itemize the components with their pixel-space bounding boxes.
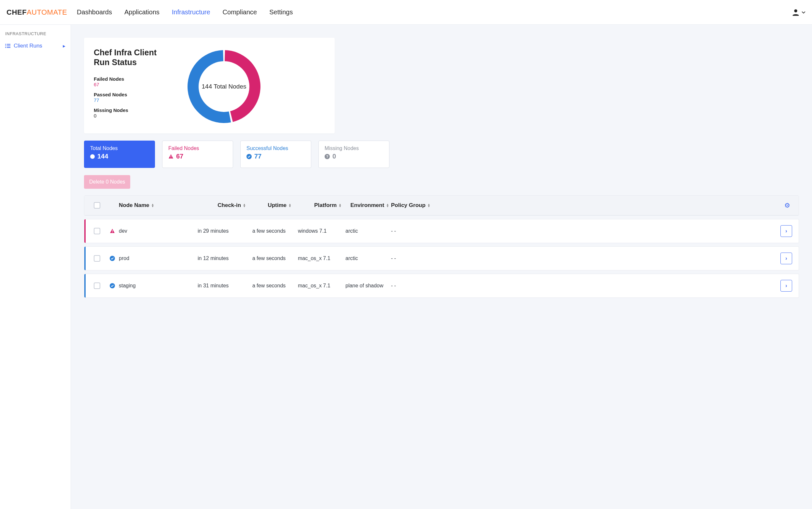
tile-label: Failed Nodes — [168, 145, 227, 151]
th-policy-group[interactable]: Policy Group ▲▼ — [391, 202, 432, 209]
check-circle-icon — [110, 283, 115, 289]
check-circle-icon — [247, 154, 252, 159]
filter-tiles: Total Nodes 144 Failed Nodes 67 Successf… — [84, 141, 799, 168]
cell-uptime: a few seconds — [252, 256, 298, 261]
user-menu[interactable] — [791, 8, 806, 17]
passed-nodes-count: 77 — [94, 97, 172, 103]
nav-settings[interactable]: Settings — [269, 8, 293, 16]
sort-icon: ▲▼ — [243, 203, 246, 207]
cell-uptime: a few seconds — [252, 283, 298, 289]
tile-count: 77 — [254, 152, 261, 160]
cell-node-name: dev — [119, 228, 198, 234]
chevron-down-icon — [802, 10, 806, 14]
tile-failed-nodes[interactable]: Failed Nodes 67 — [162, 141, 233, 168]
sort-icon: ▲▼ — [338, 203, 342, 207]
th-environment[interactable]: Environment ▲▼ — [346, 202, 391, 209]
svg-rect-13 — [112, 232, 112, 233]
user-icon — [791, 8, 800, 17]
row-detail-button[interactable]: › — [780, 280, 792, 292]
svg-rect-5 — [5, 47, 6, 48]
logo-chef: CHEF — [6, 8, 27, 16]
sort-icon: ▲▼ — [427, 203, 430, 207]
passed-nodes-label: Passed Nodes — [94, 92, 172, 97]
cell-platform: mac_os_x 7.1 — [298, 256, 346, 261]
question-circle-icon: ? — [325, 154, 330, 159]
main: Chef Infra Client Run Status Failed Node… — [71, 25, 812, 509]
row-checkbox[interactable] — [94, 255, 100, 262]
status-title: Chef Infra Client Run Status — [94, 47, 172, 67]
cell-policy-group: - - — [391, 256, 432, 261]
table-row: prodin 12 minutesa few secondsmac_os_x 7… — [84, 246, 799, 270]
failed-nodes-count: 67 — [94, 82, 172, 87]
sort-icon: ▲▼ — [386, 203, 389, 207]
cell-platform: windows 7.1 — [298, 228, 346, 234]
svg-rect-4 — [7, 45, 10, 46]
status-card: Chef Infra Client Run Status Failed Node… — [84, 38, 335, 133]
cell-check-in: in 12 minutes — [198, 256, 252, 261]
cell-environment: arctic — [346, 228, 391, 234]
tile-total-nodes[interactable]: Total Nodes 144 — [84, 141, 155, 168]
tile-missing-nodes[interactable]: Missing Nodes ? 0 — [318, 141, 389, 168]
delete-nodes-button[interactable]: Delete 0 Nodes — [84, 175, 130, 189]
tile-label: Total Nodes — [90, 145, 149, 151]
row-detail-button[interactable]: › — [780, 225, 792, 237]
th-node-name[interactable]: Node Name ▲▼ — [119, 202, 198, 209]
sort-icon: ▲▼ — [152, 203, 154, 207]
row-checkbox[interactable] — [94, 282, 100, 289]
svg-rect-2 — [7, 44, 10, 44]
list-icon — [5, 43, 10, 48]
cell-environment: plane of shadow — [346, 283, 391, 289]
select-all-checkbox[interactable] — [94, 202, 100, 209]
gear-icon[interactable]: ⚙ — [784, 201, 790, 209]
chevron-right-icon: ▶ — [63, 44, 65, 48]
tile-count: 0 — [332, 152, 336, 160]
missing-nodes-label: Missing Nodes — [94, 107, 172, 113]
row-checkbox[interactable] — [94, 228, 100, 234]
tile-count: 144 — [97, 152, 108, 160]
sort-icon: ▲▼ — [289, 203, 291, 207]
nav-infrastructure[interactable]: Infrastructure — [172, 8, 210, 16]
table-header: Node Name ▲▼ Check-in ▲▼ Uptime ▲▼ Platf… — [84, 196, 799, 215]
table-row: devin 29 minutesa few secondswindows 7.1… — [84, 219, 799, 243]
th-check-in[interactable]: Check-in ▲▼ — [198, 202, 252, 209]
circle-icon — [90, 154, 95, 159]
svg-rect-1 — [5, 44, 6, 44]
sidebar: INFRASTRUCTURE Client Runs ▶ — [0, 25, 71, 509]
top-nav: Dashboards Applications Infrastructure C… — [77, 8, 293, 16]
sidebar-item-client-runs[interactable]: Client Runs ▶ — [0, 41, 71, 51]
svg-point-0 — [794, 9, 797, 12]
svg-rect-8 — [171, 158, 171, 158]
warning-icon — [110, 229, 115, 234]
tile-successful-nodes[interactable]: Successful Nodes 77 — [240, 141, 311, 168]
warning-icon — [168, 154, 173, 159]
tile-count: 67 — [176, 152, 183, 160]
cell-policy-group: - - — [391, 228, 432, 234]
nav-compliance[interactable]: Compliance — [223, 8, 257, 16]
failed-nodes-label: Failed Nodes — [94, 76, 172, 82]
row-detail-button[interactable]: › — [780, 252, 792, 264]
nodes-table: Node Name ▲▼ Check-in ▲▼ Uptime ▲▼ Platf… — [84, 195, 799, 298]
th-platform[interactable]: Platform ▲▼ — [298, 202, 346, 209]
missing-nodes-count: 0 — [94, 113, 172, 118]
cell-node-name: staging — [119, 283, 198, 289]
cell-policy-group: - - — [391, 283, 432, 289]
sidebar-heading: INFRASTRUCTURE — [0, 31, 71, 41]
donut-chart: 144 Total Nodes — [185, 47, 263, 126]
logo: CHEFAUTOMATE — [6, 8, 67, 16]
donut-center-label: 144 Total Nodes — [185, 47, 263, 126]
th-uptime[interactable]: Uptime ▲▼ — [252, 202, 298, 209]
cell-check-in: in 29 minutes — [198, 228, 252, 234]
svg-rect-6 — [7, 47, 10, 48]
tile-label: Successful Nodes — [247, 145, 305, 151]
svg-text:?: ? — [326, 155, 328, 159]
nav-dashboards[interactable]: Dashboards — [77, 8, 112, 16]
cell-uptime: a few seconds — [252, 228, 298, 234]
nav-applications[interactable]: Applications — [124, 8, 160, 16]
cell-platform: mac_os_x 7.1 — [298, 283, 346, 289]
topbar: CHEFAUTOMATE Dashboards Applications Inf… — [0, 0, 812, 25]
cell-environment: arctic — [346, 256, 391, 261]
check-circle-icon — [110, 256, 115, 261]
svg-rect-7 — [171, 156, 171, 157]
logo-automate: AUTOMATE — [27, 8, 67, 16]
cell-node-name: prod — [119, 256, 198, 261]
